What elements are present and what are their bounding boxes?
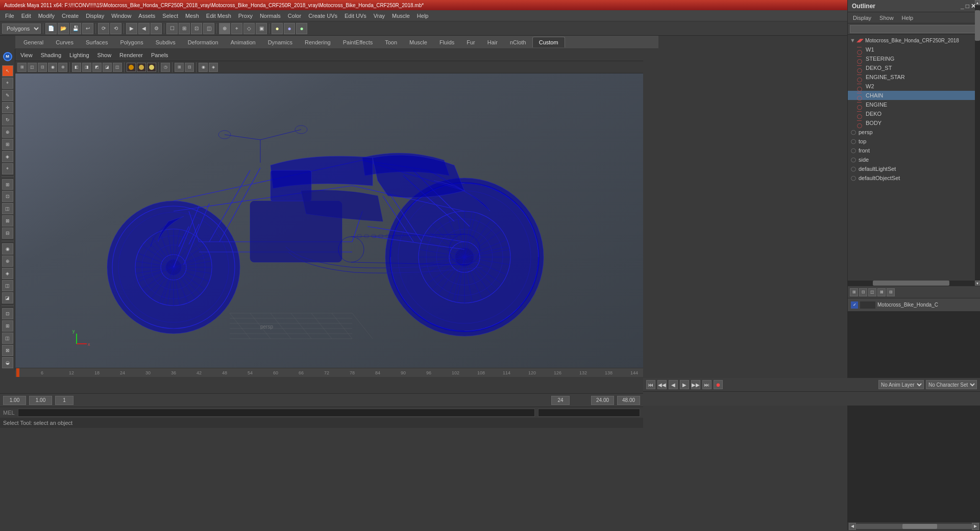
tool-f[interactable]: ◉ [2, 243, 13, 255]
tree-item-persp[interactable]: ◯ persp [848, 128, 980, 137]
pb-record[interactable]: ⏺ [714, 380, 723, 389]
btn12[interactable]: ⊡ [191, 23, 202, 34]
tool-m[interactable]: ◫ [2, 333, 13, 344]
menu-file[interactable]: File [2, 12, 17, 20]
pb-back[interactable]: ◀ [669, 380, 678, 389]
anim-layer-select[interactable]: No Anim Layer [878, 380, 924, 389]
pb-next-key[interactable]: ▶▶ [691, 380, 700, 389]
tool-n[interactable]: ⊠ [2, 345, 13, 356]
btn4[interactable]: ↩ [82, 23, 93, 34]
vp-menu-view[interactable]: View [18, 51, 35, 59]
lasso-tool[interactable]: ⌖ [2, 78, 13, 89]
snap-surface[interactable]: ▣ [256, 23, 267, 34]
vp-menu-show[interactable]: Show [95, 51, 114, 59]
btn7[interactable]: ▶ [126, 23, 137, 34]
vp-menu-renderer[interactable]: Renderer [117, 51, 145, 59]
vp-menu-panels[interactable]: Panels [149, 51, 170, 59]
vp-icon-3[interactable]: ⊡ [38, 63, 47, 72]
btn8[interactable]: ◀ [138, 23, 150, 34]
tree-item-top[interactable]: ◯ top [848, 137, 980, 146]
vp-icon-4[interactable]: ◉ [48, 63, 57, 72]
lr-scrollbar-track[interactable] [856, 524, 972, 529]
paint-tool[interactable]: ✎ [2, 90, 13, 101]
vp-icon-9[interactable]: ◪ [103, 63, 112, 72]
rotate-tool[interactable]: ↻ [2, 114, 13, 125]
tab-custom[interactable]: Custom [532, 37, 565, 47]
tool-b[interactable]: ⊡ [2, 191, 13, 202]
btn11[interactable]: ⊞ [179, 23, 190, 34]
tab-painteffects[interactable]: PaintEffects [337, 37, 379, 47]
menu-edit[interactable]: Edit [18, 12, 34, 20]
tab-toon[interactable]: Toon [379, 37, 403, 47]
menu-create-uvs[interactable]: Create UVs [305, 12, 340, 20]
tree-item-engine-star[interactable]: —◯ ENGINE_STAR [848, 72, 980, 82]
tree-item-front[interactable]: ◯ front [848, 146, 980, 155]
out-scroll-up[interactable]: ▲ [975, 0, 980, 5]
outliner-menu-show[interactable]: Show [876, 14, 897, 22]
tool-g[interactable]: ⊕ [2, 256, 13, 267]
outliner-maximize[interactable]: □ [966, 3, 969, 10]
tree-item-side[interactable]: ◯ side [848, 155, 980, 164]
pb-play[interactable]: ▶ [680, 380, 689, 389]
lr-scroll-right[interactable]: ▶ [972, 523, 979, 530]
btn10[interactable]: ☐ [166, 23, 178, 34]
tree-item-deko[interactable]: —◯ DEKO [848, 109, 980, 118]
mode-select[interactable]: Polygons [2, 23, 41, 34]
btn5[interactable]: ⟳ [98, 23, 109, 34]
vp-light-3[interactable] [147, 63, 156, 72]
menu-edit-uvs[interactable]: Edit UVs [341, 12, 370, 20]
menu-select[interactable]: Select [159, 12, 181, 20]
vp-icon-8[interactable]: ◩ [92, 63, 102, 72]
tool-h[interactable]: ◈ [2, 268, 13, 279]
tree-item-body[interactable]: —◯ BODY [848, 118, 980, 128]
char-set-select[interactable]: No Character Set [926, 380, 977, 389]
vp-menu-shading[interactable]: Shading [39, 51, 63, 59]
snap-grid[interactable]: ⊕ [219, 23, 230, 34]
menu-normals[interactable]: Normals [257, 12, 284, 20]
menu-display[interactable]: Display [83, 12, 107, 20]
outliner-v-scrollbar[interactable]: ▲ ▼ [975, 0, 980, 286]
tool-e[interactable]: ⊟ [2, 227, 13, 239]
tree-item-root[interactable]: ▼ ◢◤ Motocross_Bike_Honda_CRF250R_2018 [848, 36, 980, 45]
vp-icon-7[interactable]: ◨ [82, 63, 91, 72]
tree-item-chain[interactable]: —◯ CHAIN [848, 91, 980, 100]
lr-btn2[interactable]: ⊡ [859, 288, 867, 296]
vp-menu-lighting[interactable]: Lighting [67, 51, 91, 59]
render-sequence[interactable]: ● [296, 23, 307, 34]
tab-muscle[interactable]: Muscle [403, 37, 433, 47]
tree-item-deko-st[interactable]: —◯ DEKO_ST [848, 63, 980, 72]
menu-color[interactable]: Color [285, 12, 304, 20]
tree-item-default-object-set[interactable]: ◯ defaultObjectSet [848, 173, 980, 183]
mel-command-input[interactable] [18, 409, 535, 417]
save-btn[interactable]: 💾 [70, 23, 81, 34]
tab-rendering[interactable]: Rendering [299, 37, 337, 47]
pb-prev-key[interactable]: ◀◀ [657, 380, 667, 389]
vp-icon-15[interactable]: ◈ [209, 63, 218, 72]
tool-a[interactable]: ⊞ [2, 179, 13, 190]
lr-btn4[interactable]: ⊠ [877, 288, 886, 296]
tree-item-w1[interactable]: —◯ W1 [848, 45, 980, 54]
pb-go-end[interactable]: ⏭ [702, 380, 712, 389]
tab-surfaces[interactable]: Surfaces [80, 37, 114, 47]
tree-item-engine[interactable]: —◯ ENGINE [848, 100, 980, 109]
pb-go-start[interactable]: ⏮ [646, 380, 655, 389]
tree-item-steering[interactable]: —◯ STEERING [848, 54, 980, 63]
tool-k[interactable]: ⊡ [2, 308, 13, 319]
tool-j[interactable]: ◪ [2, 292, 13, 304]
viewport-3d[interactable]: .wire { stroke: #1a1aaa; stroke-width: 1… [15, 73, 643, 368]
vp-icon-5[interactable]: ⊕ [58, 63, 67, 72]
lr-scrollbar-thumb[interactable] [902, 524, 937, 529]
frame-current-input[interactable] [29, 396, 52, 405]
open-btn[interactable]: 📂 [58, 23, 69, 34]
frame-num-input[interactable] [55, 396, 74, 405]
tab-animation[interactable]: Animation [225, 37, 262, 47]
tool-d[interactable]: ⊠ [2, 215, 13, 226]
outliner-h-scroll-thumb[interactable] [873, 281, 949, 286]
lr-btn3[interactable]: ◫ [868, 288, 876, 296]
btn6[interactable]: ⟲ [110, 23, 121, 34]
tab-fluids[interactable]: Fluids [433, 37, 460, 47]
vp-icon-1[interactable]: ⊞ [17, 63, 27, 72]
tab-general[interactable]: General [17, 37, 50, 47]
menu-vray[interactable]: Vray [371, 12, 388, 20]
outliner-minimize[interactable]: _ [961, 3, 964, 10]
